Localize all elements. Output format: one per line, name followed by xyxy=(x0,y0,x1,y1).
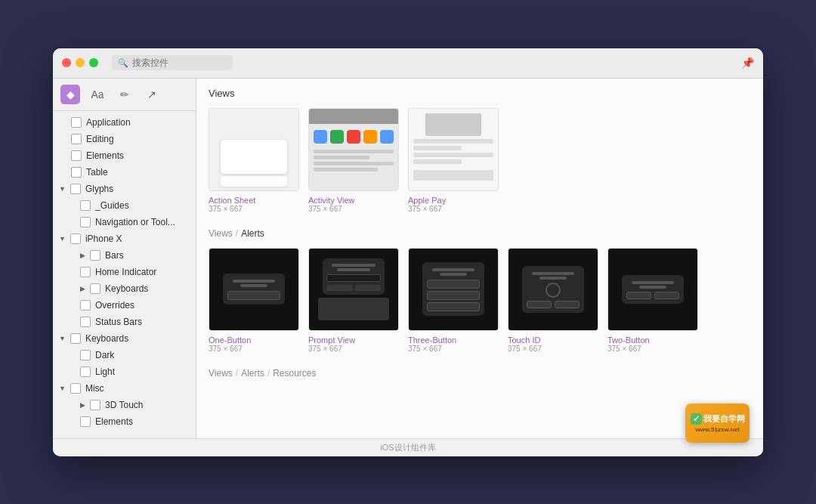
card-two-button[interactable]: Two-Button 375 × 667 xyxy=(607,248,698,353)
sidebar-item-label: Elements xyxy=(95,416,133,427)
card-thumbnail-three-button xyxy=(408,248,499,331)
footer-text: iOS设计组件库 xyxy=(380,442,435,453)
cursor-tool-button[interactable]: ↗ xyxy=(142,85,162,104)
pin-icon[interactable]: 📌 xyxy=(741,57,754,69)
app-window: 🔍 📌 ◆ Aa ✏ ↗ Application xyxy=(53,48,763,456)
cards-grid-alerts: One-Button 375 × 667 xyxy=(209,248,751,353)
card-thumbnail-prompt xyxy=(308,248,399,331)
triangle-icon: ▼ xyxy=(59,385,66,392)
watermark-url: www.51zxw.net xyxy=(695,426,739,433)
card-size: 375 × 667 xyxy=(408,345,499,353)
sidebar-item-label: Keyboards xyxy=(105,283,148,294)
sidebar-item-navigation[interactable]: Navigation or Tool... xyxy=(53,214,196,230)
sidebar-section-keyboards[interactable]: ▼ Keyboards xyxy=(53,330,196,347)
triangle-icon: ▶ xyxy=(80,252,85,259)
card-activity-view[interactable]: Activity View 375 × 667 xyxy=(308,108,399,213)
sidebar-item-application[interactable]: Application xyxy=(53,114,196,131)
sidebar: ◆ Aa ✏ ↗ Application Editing xyxy=(53,79,196,438)
sidebar-item-status-bars[interactable]: Status Bars xyxy=(53,314,196,330)
folder-icon xyxy=(71,117,82,128)
app-body: ◆ Aa ✏ ↗ Application Editing xyxy=(53,79,763,438)
card-apple-pay[interactable]: Apple Pay 375 × 667 xyxy=(408,108,499,213)
card-thumbnail-action-sheet xyxy=(209,108,299,191)
sidebar-item-elements[interactable]: Elements xyxy=(53,147,196,164)
sidebar-item-bars[interactable]: ▶ Bars xyxy=(53,247,196,264)
card-size: 375 × 667 xyxy=(607,345,698,353)
main-content: Views Action Sheet 375 × 667 xyxy=(196,79,763,438)
search-input[interactable] xyxy=(132,57,227,68)
sidebar-item-label: Elements xyxy=(86,150,124,161)
breadcrumb-alerts: Views / Alerts xyxy=(209,228,751,239)
sidebar-section-iphonex[interactable]: ▼ iPhone X xyxy=(53,230,196,247)
sidebar-item-label: Editing xyxy=(86,134,114,144)
sidebar-scroll: Application Editing Elements xyxy=(53,111,196,438)
card-label: Three-Button xyxy=(408,335,499,345)
close-button[interactable] xyxy=(62,58,71,67)
folder-icon xyxy=(80,350,91,360)
sidebar-item-label: Overrides xyxy=(95,300,134,311)
breadcrumb-views: Views xyxy=(209,228,233,239)
card-label: Activity View xyxy=(308,196,399,205)
card-three-button[interactable]: Three-Button 375 × 667 xyxy=(408,248,499,353)
card-thumbnail-apple-pay xyxy=(408,108,499,191)
search-bar[interactable]: 🔍 xyxy=(112,55,233,70)
folder-icon xyxy=(80,416,91,427)
footer: iOS设计组件库 xyxy=(53,438,763,456)
card-thumbnail-two-button xyxy=(607,248,698,331)
card-label: Apple Pay xyxy=(408,196,499,205)
sidebar-toolbar: ◆ Aa ✏ ↗ xyxy=(53,79,196,111)
card-thumbnail-touch-id xyxy=(508,248,598,331)
brush-tool-button[interactable]: ✏ xyxy=(115,85,134,104)
sidebar-item-label: Keyboards xyxy=(85,333,128,344)
card-one-button[interactable]: One-Button 375 × 667 xyxy=(209,248,299,353)
folder-icon xyxy=(80,366,91,377)
card-label: Touch ID xyxy=(508,335,598,345)
titlebar: 🔍 📌 xyxy=(53,48,763,79)
card-thumbnail-activity xyxy=(308,108,399,191)
triangle-icon: ▶ xyxy=(80,401,85,409)
folder-icon xyxy=(70,184,81,194)
card-action-sheet[interactable]: Action Sheet 375 × 667 xyxy=(209,108,299,213)
folder-icon xyxy=(80,200,91,211)
sidebar-item-home-indicator[interactable]: Home Indicator xyxy=(53,264,196,280)
sidebar-item-3d-touch[interactable]: ▶ 3D Touch xyxy=(53,397,196,413)
section-title-views: Views xyxy=(209,88,751,99)
sidebar-item-elements-misc[interactable]: Elements xyxy=(53,413,196,430)
card-label: One-Button xyxy=(209,335,299,345)
card-size: 375 × 667 xyxy=(308,205,399,213)
sidebar-item-label: Dark xyxy=(95,350,114,360)
sidebar-item-label: Status Bars xyxy=(95,317,142,327)
sidebar-item-editing[interactable]: Editing xyxy=(53,131,196,147)
folder-icon xyxy=(70,233,81,244)
bc-sep2: / xyxy=(267,368,270,379)
breadcrumb-sep: / xyxy=(236,228,238,239)
folder-icon xyxy=(71,134,82,144)
folder-icon xyxy=(80,267,91,277)
text-tool-button[interactable]: Aa xyxy=(88,85,107,104)
sidebar-item-light[interactable]: Light xyxy=(53,363,196,380)
sidebar-section-misc[interactable]: ▼ Misc xyxy=(53,380,196,397)
folder-icon xyxy=(71,167,82,178)
folder-icon xyxy=(80,217,91,227)
folder-icon xyxy=(70,333,81,344)
card-size: 375 × 667 xyxy=(508,345,598,353)
card-label: Prompt View xyxy=(308,335,399,345)
folder-icon xyxy=(71,150,82,161)
sidebar-item-guides[interactable]: _Guides xyxy=(53,197,196,214)
minimize-button[interactable] xyxy=(76,58,85,67)
sidebar-item-label: Home Indicator xyxy=(95,267,156,277)
card-label: Action Sheet xyxy=(209,196,299,205)
sidebar-item-label: Application xyxy=(86,117,131,128)
sidebar-item-label: Misc xyxy=(85,383,104,394)
shape-tool-button[interactable]: ◆ xyxy=(60,85,80,104)
sidebar-item-overrides[interactable]: Overrides xyxy=(53,297,196,314)
sidebar-item-table[interactable]: Table xyxy=(53,164,196,181)
sidebar-item-keyboards-iphonex[interactable]: ▶ Keyboards xyxy=(53,280,196,297)
card-touch-id[interactable]: Touch ID 375 × 667 xyxy=(508,248,598,353)
folder-icon xyxy=(80,300,91,311)
search-icon: 🔍 xyxy=(118,58,128,68)
maximize-button[interactable] xyxy=(89,58,98,67)
sidebar-item-dark[interactable]: Dark xyxy=(53,347,196,363)
sidebar-section-glyphs[interactable]: ▼ Glyphs xyxy=(53,181,196,197)
card-prompt-view[interactable]: Prompt View 375 × 667 xyxy=(308,248,399,353)
